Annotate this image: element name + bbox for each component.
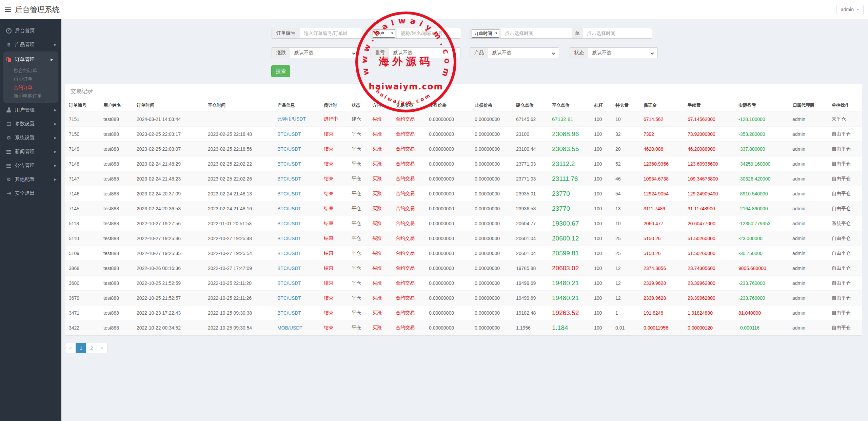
cell-profit: -23.000000 (736, 231, 790, 246)
cell-control: 自由平仓 (829, 320, 862, 335)
time-type-select[interactable]: 订单时间 (472, 29, 499, 38)
cell-product[interactable]: BTC/USDT (275, 216, 321, 231)
pagination-page-2[interactable]: 2 (86, 343, 97, 353)
sidebar-item-4[interactable]: ▤参数设置▶ (0, 117, 61, 131)
cell-stop_loss: 0.00000000 (472, 216, 513, 231)
cell-product[interactable]: MOB/USDT (275, 320, 321, 335)
customer-type-select[interactable]: 客户 (373, 29, 395, 38)
cell-open_time: 2023-02-24 21:48:29 (134, 156, 205, 171)
time-from-input[interactable] (501, 28, 572, 39)
cell-trade_type: 合约交易 (393, 142, 426, 156)
cell-product[interactable]: BTC/USDT (275, 276, 321, 291)
cell-agent: admin (790, 127, 829, 142)
updown-select[interactable]: 默认不选 (290, 47, 359, 58)
cell-close_time: 2022-10-25 09:30:38 (205, 306, 275, 320)
pagination-prev[interactable]: « (65, 343, 76, 353)
cell-open_time: 2023-02-24 20:36:53 (134, 201, 205, 216)
cell-take_profit: 0.00000000 (426, 186, 472, 201)
customer-input[interactable] (397, 28, 461, 39)
cell-trade_type: 合约交易 (393, 216, 426, 231)
cell-volume: 32 (613, 127, 641, 142)
cell-product[interactable]: BTC/USDT (275, 127, 321, 142)
chevron-down-icon (453, 51, 457, 55)
cell-profit: -30.750000 (736, 246, 790, 261)
table-row: 7150test8882023-02-25 22:03:172023-02-25… (65, 127, 862, 142)
cell-margin: 4620.088 (641, 142, 685, 156)
pagination-page-1[interactable]: 1 (76, 343, 86, 353)
cell-volume: 10 (613, 216, 641, 231)
cell-status: 平仓 (349, 320, 370, 335)
cell-user: test888 (101, 201, 134, 216)
orders-table: 订单编号用户姓名订单时间平仓时间产品信息倒计时状态方向交易类型止盈价格止损价格建… (65, 99, 862, 335)
table-row: 5109test8882022-10-27 19:25:352022-10-27… (65, 246, 862, 261)
cell-user: test888 (101, 231, 134, 246)
col-header-take_profit: 止盈价格 (426, 99, 472, 112)
cell-control: 自由平仓 (829, 261, 862, 276)
sidebar-subitem[interactable]: 合约订单 (3, 83, 58, 92)
cell-profit: -128.100000 (736, 112, 790, 127)
cell-product[interactable]: BTC/USDT (275, 156, 321, 171)
product-filter: 产品 默认不选 (470, 47, 559, 58)
table-row: 7146test8882023-02-24 20:37:092023-02-24… (65, 186, 862, 201)
chevron-right-icon: ▶ (54, 108, 57, 112)
cell-take_profit: 0.00000000 (426, 171, 472, 186)
col-header-countdown: 倒计时 (321, 99, 349, 112)
product-select[interactable]: 默认不选 (488, 47, 559, 58)
cell-fee: 73.92000000 (685, 127, 736, 142)
profit-select[interactable]: 默认不选 (389, 47, 460, 58)
cell-product[interactable]: BTC/USDT (275, 142, 321, 156)
cell-leverage: 100 (591, 142, 613, 156)
cell-stop_loss: 0.00000000 (472, 231, 513, 246)
sidebar-item-6[interactable]: 新闻管理▶ (0, 145, 61, 159)
sidebar-item-9[interactable]: ⇥安全退出 (0, 186, 61, 200)
cell-control: 自由平仓 (829, 246, 862, 261)
cell-id: 3471 (65, 306, 101, 320)
sidebar-subitem[interactable]: 秒合约订单 (3, 66, 58, 75)
cell-close_price: 19480.21 (549, 276, 591, 291)
cell-leverage: 100 (591, 306, 613, 320)
cell-product[interactable]: BTC/USDT (275, 201, 321, 216)
cell-product[interactable]: BTC/USDT (275, 171, 321, 186)
cell-product[interactable]: 比特币/USDT (275, 112, 321, 127)
cell-profit: -30326.420000 (736, 171, 790, 186)
cell-product[interactable]: BTC/USDT (275, 231, 321, 246)
cell-close_time: 2022-10-27 19:25:54 (205, 246, 275, 261)
cell-user: test888 (101, 306, 134, 320)
cell-open_time: 2023-02-24 21:48:23 (134, 171, 205, 186)
cell-product[interactable]: BTC/USDT (275, 261, 321, 276)
sidebar-item-0[interactable]: 后台首页 (0, 24, 61, 38)
search-button[interactable]: 搜索 (271, 65, 290, 77)
cell-control: 系统平仓 (829, 216, 862, 231)
sidebar-item-1[interactable]: ฿产品管理▶ (0, 38, 61, 51)
sidebar-group: 订单管理▶秒合约订单币币订单合约订单新币申购订单 (3, 51, 58, 103)
cell-close_price: 20599.81 (549, 246, 591, 261)
sidebar-toggle-icon[interactable] (5, 6, 11, 13)
cell-close_price: 20603.02 (549, 261, 591, 276)
sidebar-subitem[interactable]: 币币订单 (3, 75, 58, 83)
sidebar-item-2[interactable]: 订单管理▶ (3, 52, 58, 66)
cell-volume: 25 (613, 231, 641, 246)
status-select[interactable]: 默认不选 (588, 47, 658, 58)
cell-open_time: 2022-10-22 00:34:52 (134, 320, 205, 335)
sidebar-item-3[interactable]: 用户管理▶ (0, 103, 61, 117)
cell-product[interactable]: BTC/USDT (275, 306, 321, 320)
cell-close_price: 1.184 (549, 320, 591, 335)
cell-product[interactable]: BTC/USDT (275, 246, 321, 261)
user-menu-button[interactable]: admin (836, 4, 864, 15)
cell-countdown: 结束 (321, 156, 349, 171)
cell-user: test888 (101, 246, 134, 261)
trade-records-panel: 交易记录 订单编号用户姓名订单时间平仓时间产品信息倒计时状态方向交易类型止盈价格… (65, 84, 862, 335)
cell-countdown: 结束 (321, 291, 349, 306)
cell-product[interactable]: BTC/USDT (275, 291, 321, 306)
sidebar-item-5[interactable]: ⚙系统设置▶ (0, 131, 61, 145)
cell-product[interactable]: BTC/USDT (275, 186, 321, 201)
order-no-input[interactable] (300, 28, 362, 39)
sidebar-item-7[interactable]: 公告管理▶ (0, 159, 61, 172)
cell-close_price: 23112.2 (549, 156, 591, 171)
sidebar-item-8[interactable]: ⚙其他配置▶ (0, 172, 61, 186)
pagination-next[interactable]: » (97, 343, 107, 353)
col-header-product: 产品信息 (275, 99, 321, 112)
time-to-input[interactable] (583, 28, 652, 39)
cell-trade_type: 合约交易 (393, 112, 426, 127)
sidebar-subitem[interactable]: 新币申购订单 (3, 92, 58, 100)
